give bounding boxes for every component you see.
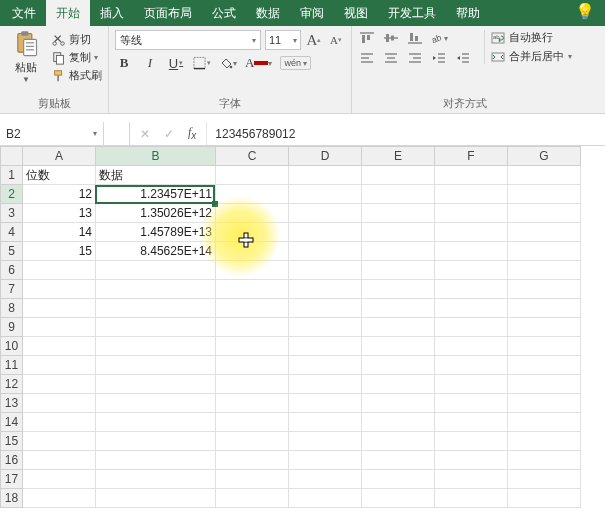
cell-G5[interactable] <box>508 242 581 261</box>
cell-G18[interactable] <box>508 489 581 508</box>
cell-G7[interactable] <box>508 280 581 299</box>
row-header-18[interactable]: 18 <box>1 489 23 508</box>
row-header-14[interactable]: 14 <box>1 413 23 432</box>
tab-view[interactable]: 视图 <box>334 0 378 26</box>
worksheet-grid[interactable]: A B C D E F G 1 位数 数据 2 12 1.23457E+11 3… <box>0 146 605 508</box>
cell-F16[interactable] <box>435 451 508 470</box>
cell-F8[interactable] <box>435 299 508 318</box>
tab-review[interactable]: 审阅 <box>290 0 334 26</box>
row-header-5[interactable]: 5 <box>1 242 23 261</box>
increase-indent-button[interactable] <box>454 50 472 66</box>
tab-home[interactable]: 开始 <box>46 0 90 26</box>
cell-F6[interactable] <box>435 261 508 280</box>
decrease-font-button[interactable]: A▾ <box>327 31 345 49</box>
cell-E11[interactable] <box>362 356 435 375</box>
cell-C7[interactable] <box>216 280 289 299</box>
row-header-17[interactable]: 17 <box>1 470 23 489</box>
format-painter-button[interactable]: 格式刷 <box>52 68 102 83</box>
cell-B4[interactable]: 1.45789E+13 <box>96 223 216 242</box>
row-header-16[interactable]: 16 <box>1 451 23 470</box>
row-header-9[interactable]: 9 <box>1 318 23 337</box>
cell-B16[interactable] <box>96 451 216 470</box>
cell-C18[interactable] <box>216 489 289 508</box>
col-header-C[interactable]: C <box>216 147 289 166</box>
align-left-button[interactable] <box>358 50 376 66</box>
cell-C9[interactable] <box>216 318 289 337</box>
increase-font-button[interactable]: A▴ <box>305 31 323 49</box>
border-button[interactable]: ▾ <box>193 54 211 72</box>
cell-B15[interactable] <box>96 432 216 451</box>
tell-me-bulb-icon[interactable]: 💡 <box>565 0 605 26</box>
cell-F18[interactable] <box>435 489 508 508</box>
row-header-4[interactable]: 4 <box>1 223 23 242</box>
tab-insert[interactable]: 插入 <box>90 0 134 26</box>
cell-G6[interactable] <box>508 261 581 280</box>
paste-button[interactable]: 粘贴 ▼ <box>6 30 46 84</box>
cell-F9[interactable] <box>435 318 508 337</box>
insert-function-button[interactable]: fx <box>188 125 196 141</box>
cell-F11[interactable] <box>435 356 508 375</box>
cell-E14[interactable] <box>362 413 435 432</box>
cell-F10[interactable] <box>435 337 508 356</box>
cell-C15[interactable] <box>216 432 289 451</box>
cell-B12[interactable] <box>96 375 216 394</box>
cell-B7[interactable] <box>96 280 216 299</box>
cell-D6[interactable] <box>289 261 362 280</box>
copy-button[interactable]: 复制 ▾ <box>52 50 102 65</box>
cell-F3[interactable] <box>435 204 508 223</box>
cell-A16[interactable] <box>23 451 96 470</box>
cell-G10[interactable] <box>508 337 581 356</box>
align-bottom-button[interactable] <box>406 30 424 46</box>
enter-formula-button[interactable]: ✓ <box>164 127 174 141</box>
cell-F14[interactable] <box>435 413 508 432</box>
cell-C11[interactable] <box>216 356 289 375</box>
cell-C5[interactable] <box>216 242 289 261</box>
cell-F15[interactable] <box>435 432 508 451</box>
cell-D3[interactable] <box>289 204 362 223</box>
cell-E15[interactable] <box>362 432 435 451</box>
cell-E3[interactable] <box>362 204 435 223</box>
italic-button[interactable]: I <box>141 54 159 72</box>
cell-E18[interactable] <box>362 489 435 508</box>
cell-B14[interactable] <box>96 413 216 432</box>
cell-G17[interactable] <box>508 470 581 489</box>
align-center-button[interactable] <box>382 50 400 66</box>
cell-F4[interactable] <box>435 223 508 242</box>
cell-A11[interactable] <box>23 356 96 375</box>
cell-C6[interactable] <box>216 261 289 280</box>
cell-B17[interactable] <box>96 470 216 489</box>
cell-C12[interactable] <box>216 375 289 394</box>
tab-layout[interactable]: 页面布局 <box>134 0 202 26</box>
cell-C4[interactable] <box>216 223 289 242</box>
cell-D9[interactable] <box>289 318 362 337</box>
cell-D16[interactable] <box>289 451 362 470</box>
cell-A5[interactable]: 15 <box>23 242 96 261</box>
cell-E8[interactable] <box>362 299 435 318</box>
cell-B6[interactable] <box>96 261 216 280</box>
cell-A17[interactable] <box>23 470 96 489</box>
cell-D14[interactable] <box>289 413 362 432</box>
align-right-button[interactable] <box>406 50 424 66</box>
cell-G4[interactable] <box>508 223 581 242</box>
cell-G16[interactable] <box>508 451 581 470</box>
row-header-6[interactable]: 6 <box>1 261 23 280</box>
cut-button[interactable]: 剪切 <box>52 32 102 47</box>
cancel-formula-button[interactable]: ✕ <box>140 127 150 141</box>
tab-formulas[interactable]: 公式 <box>202 0 246 26</box>
cell-E5[interactable] <box>362 242 435 261</box>
cell-B9[interactable] <box>96 318 216 337</box>
cell-A8[interactable] <box>23 299 96 318</box>
cell-D12[interactable] <box>289 375 362 394</box>
cell-D13[interactable] <box>289 394 362 413</box>
cell-E17[interactable] <box>362 470 435 489</box>
cell-F13[interactable] <box>435 394 508 413</box>
cell-D11[interactable] <box>289 356 362 375</box>
col-header-D[interactable]: D <box>289 147 362 166</box>
cell-F1[interactable] <box>435 166 508 185</box>
cell-A15[interactable] <box>23 432 96 451</box>
cell-B5[interactable]: 8.45625E+14 <box>96 242 216 261</box>
cell-E1[interactable] <box>362 166 435 185</box>
cell-G3[interactable] <box>508 204 581 223</box>
cell-B18[interactable] <box>96 489 216 508</box>
cell-F5[interactable] <box>435 242 508 261</box>
